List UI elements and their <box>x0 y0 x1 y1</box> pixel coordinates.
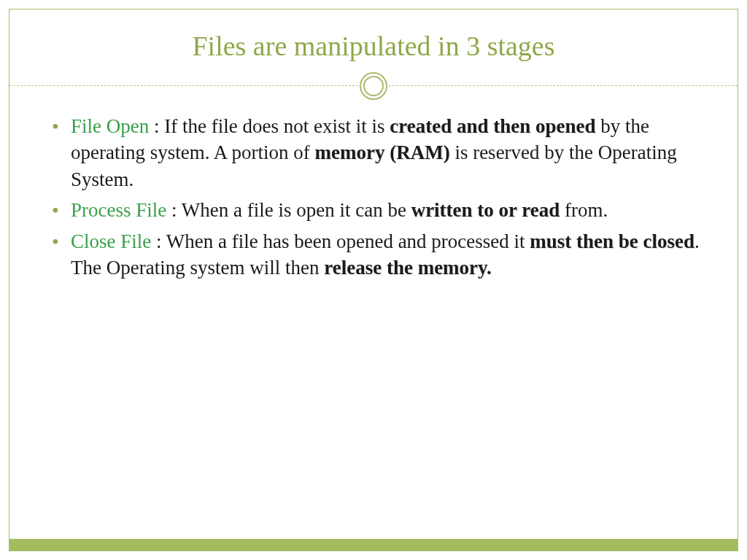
footer-accent-bar <box>9 539 738 551</box>
bullet-bold: created and then opened <box>390 115 595 137</box>
bullet-bold: written to or read <box>411 199 560 221</box>
list-item: Process File : When a file is open it ca… <box>46 197 701 223</box>
bullet-text: : When a file is open it can be <box>166 199 411 221</box>
bullet-bold: release the memory. <box>324 257 492 279</box>
bullet-text: : If the file does not exist it is <box>149 115 390 137</box>
slide-content: File Open : If the file does not exist i… <box>9 100 738 281</box>
title-divider <box>9 71 738 100</box>
bullet-bold: memory (RAM) <box>314 141 449 163</box>
bullet-text: from. <box>560 199 608 221</box>
bullet-term: Close File <box>71 230 151 252</box>
list-item: Close File : When a file has been opened… <box>46 228 701 281</box>
slide-frame: Files are manipulated in 3 stages File O… <box>9 9 738 551</box>
bullet-bold: must then be closed <box>530 230 694 252</box>
bullet-term: Process File <box>71 199 166 221</box>
bullet-text: : When a file has been opened and proces… <box>151 230 530 252</box>
bullet-term: File Open <box>71 115 149 137</box>
divider-circle <box>360 72 387 100</box>
slide-title: Files are manipulated in 3 stages <box>9 9 738 77</box>
list-item: File Open : If the file does not exist i… <box>46 113 701 192</box>
bullet-list: File Open : If the file does not exist i… <box>46 113 701 281</box>
